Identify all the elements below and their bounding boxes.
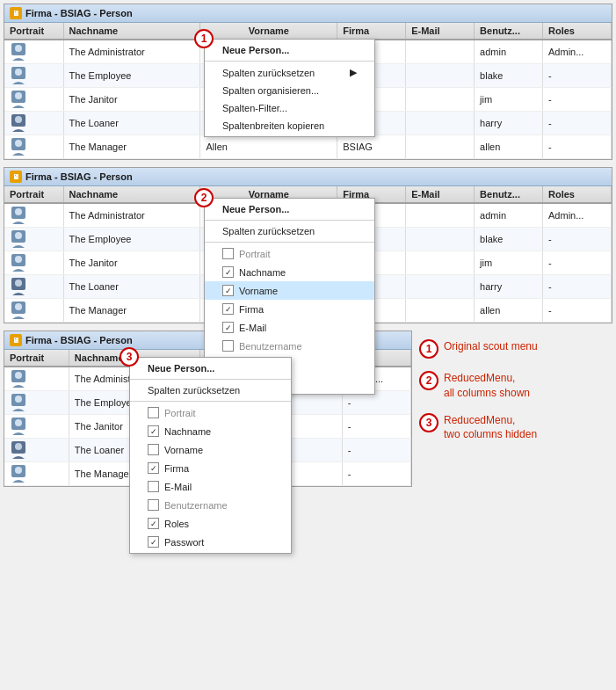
th-nachname-2: Nachname (63, 186, 200, 203)
svg-point-1 (15, 45, 22, 52)
cell-roles: - (543, 88, 612, 112)
th-benutzer-1: Benutz... (475, 23, 543, 40)
svg-point-11 (15, 208, 22, 215)
menu3-check-benutzername[interactable]: ✓ Benutzername (130, 496, 291, 514)
annotation-badge-3: 3 (419, 413, 438, 432)
checkbox-email-2: ✓ (222, 322, 234, 333)
checkbox-nachname-2: ✓ (222, 266, 234, 278)
menu2-check-firma[interactable]: ✓ Firma (205, 300, 374, 318)
menu2-check-benutzername[interactable]: ✓ Benutzername (205, 337, 374, 355)
cell-email (406, 135, 475, 159)
menu2-sep2 (205, 242, 374, 243)
menu2-check-vorname[interactable]: ✓ Vorname (205, 281, 374, 300)
cell-portrait (4, 112, 63, 135)
checkbox-label-vorname-2: Vorname (239, 286, 278, 296)
menu3-reset-columns[interactable]: Spalten zurücksetzen (130, 381, 291, 399)
annotations-panel: 1 Original scout menu 2 ReducedMenu,all … (419, 330, 612, 492)
cell-roles: - (543, 135, 612, 159)
cell-portrait (4, 462, 69, 486)
cell-portrait (4, 415, 69, 439)
menu3-check-passwort[interactable]: ✓ Passwort (130, 533, 291, 551)
cell-vorname: Allen (200, 135, 337, 159)
main-container: 🖥 Firma - BSIAG - Person Portrait Nachna… (0, 0, 616, 496)
menu3-check-email[interactable]: ✓ E-Mail (130, 477, 291, 496)
cell-roles: - (543, 64, 612, 88)
cell-roles: - (543, 299, 612, 323)
menu2-check-portrait[interactable]: ✓ Portrait (205, 244, 374, 263)
menu2-sep (205, 220, 374, 221)
cell-roles: - (543, 112, 612, 135)
cell-portrait (4, 391, 69, 415)
svg-point-3 (15, 69, 22, 76)
svg-point-5 (15, 92, 22, 99)
cell-email (406, 203, 475, 228)
menu2-check-nachname[interactable]: ✓ Nachname (205, 263, 374, 281)
context-menu-3: 3 Neue Person... Spalten zurücksetzen ✓ … (129, 357, 292, 554)
badge-1: 1 (194, 29, 214, 48)
annotation-2: 2 ReducedMenu,all columns shown (419, 371, 612, 401)
cell-nachname: The Loaner (63, 275, 200, 299)
cell-roles: Admin... (543, 40, 612, 64)
checkbox-portrait-2: ✓ (222, 248, 234, 259)
cell-benutzer: harry (475, 112, 543, 135)
checkbox-label-passwort-3: Passwort (164, 537, 204, 548)
cell-nachname: The Employee (63, 64, 200, 88)
cell-roles: - (543, 228, 612, 251)
cell-benutzer: blake (475, 228, 543, 251)
svg-point-23 (15, 396, 22, 403)
cell-nachname: The Loaner (63, 112, 200, 135)
panel1-title: Firma - BSIAG - Person (25, 8, 133, 18)
menu1-new-person[interactable]: Neue Person... (205, 41, 374, 59)
checkbox-label-portrait-2: Portrait (239, 249, 270, 259)
checkbox-email-3: ✓ (148, 481, 159, 492)
th-firma-1: Firma (337, 23, 406, 40)
cell-portrait (4, 135, 63, 159)
annotation-text-2: ReducedMenu,all columns shown (444, 371, 530, 401)
menu3-new-person[interactable]: Neue Person... (130, 360, 291, 377)
menu3-check-firma[interactable]: ✓ Firma (130, 459, 291, 477)
cell-benutzer: jim (475, 251, 543, 275)
annotation-1: 1 Original scout menu (419, 339, 612, 359)
th-benutzer-2: Benutz... (475, 186, 543, 203)
menu3-check-portrait[interactable]: ✓ Portrait (130, 403, 291, 422)
checkbox-label-email-3: E-Mail (164, 482, 192, 492)
cell-benutzer: admin (475, 40, 543, 64)
th-roles-1: Roles (543, 23, 612, 40)
cell-portrait (4, 251, 63, 275)
svg-point-21 (15, 372, 22, 379)
annotation-text-1: Original scout menu (444, 339, 538, 354)
menu2-new-person[interactable]: Neue Person... (205, 200, 374, 218)
cell-roles: - (342, 439, 410, 462)
panel3-icon: 🖥 (10, 334, 22, 346)
panel2-titlebar: 🖥 Firma - BSIAG - Person (4, 168, 612, 186)
cell-email (406, 112, 475, 135)
menu1-copy-widths[interactable]: Spaltenbreiten kopieren (205, 117, 374, 134)
cell-nachname: The Janitor (63, 88, 200, 112)
menu1-reset-columns[interactable]: Spalten zurücksetzen ▶ (205, 63, 374, 82)
menu2-check-email[interactable]: ✓ E-Mail (205, 318, 374, 337)
cell-benutzer: jim (475, 88, 543, 112)
menu1-organize-columns[interactable]: Spalten organisieren... (205, 82, 374, 99)
cell-email (406, 88, 475, 112)
annotation-badge-1: 1 (419, 339, 438, 359)
checkbox-benutzername-3: ✓ (148, 499, 159, 511)
checkbox-label-vorname-3: Vorname (164, 445, 203, 455)
checkbox-label-firma-3: Firma (164, 463, 189, 474)
checkbox-label-email-2: E-Mail (239, 323, 266, 333)
menu1-filter-columns[interactable]: Spalten-Filter... (205, 99, 374, 117)
th-nachname-1: Nachname (63, 23, 200, 40)
menu2-reset-columns[interactable]: Spalten zurücksetzen (205, 222, 374, 240)
cell-roles: - (543, 275, 612, 299)
badge-3: 3 (120, 347, 139, 367)
svg-point-25 (15, 419, 22, 426)
panel2-title: Firma - BSIAG - Person (25, 171, 133, 182)
context-menu-1: 1 Neue Person... Spalten zurücksetzen ▶ … (204, 39, 375, 137)
checkbox-label-benutzername-2: Benutzername (239, 341, 302, 352)
menu3-check-nachname[interactable]: ✓ Nachname (130, 422, 291, 440)
menu3-check-roles[interactable]: ✓ Roles (130, 514, 291, 533)
cell-nachname: The Employee (63, 228, 200, 251)
cell-benutzer: allen (475, 135, 543, 159)
menu3-check-vorname[interactable]: ✓ Vorname (130, 440, 291, 459)
annotation-text-3: ReducedMenu,two columns hidden (444, 413, 537, 443)
cell-roles: - (543, 251, 612, 275)
